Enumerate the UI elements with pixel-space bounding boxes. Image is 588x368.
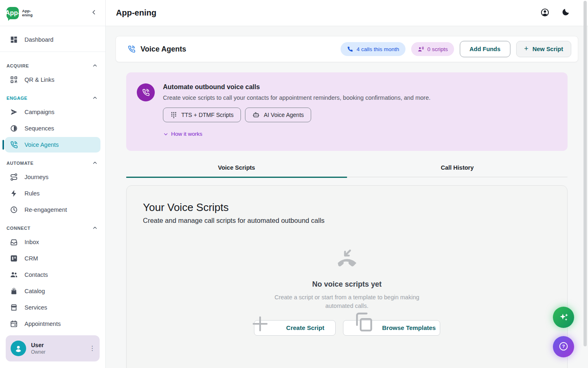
phone-icon — [347, 46, 353, 52]
tab-label: Call History — [441, 164, 474, 177]
sidebar-item-label: Services — [24, 304, 47, 311]
svg-text:?: ? — [562, 344, 565, 349]
inbox-icon — [10, 238, 18, 246]
page-title: Voice Agents — [140, 45, 186, 54]
brand-logo-icon: App- — [7, 7, 19, 19]
sidebar-item-services[interactable]: Services — [5, 300, 100, 315]
user-menu-button[interactable]: ⋮ — [89, 345, 96, 352]
sidebar-item-label: Voice Agents — [24, 141, 59, 148]
account-button[interactable] — [540, 8, 550, 18]
sidebar-section-label: ACQUIRE — [7, 63, 29, 68]
add-funds-button[interactable]: Add Funds — [460, 41, 510, 57]
tab-call-history[interactable]: Call History — [347, 164, 568, 178]
sidebar-section-engage[interactable]: ENGAGE — [0, 88, 105, 103]
sidebar-item-label: Contacts — [24, 272, 48, 278]
sidebar: App- App- ening DashboardACQUIREQR & Lin… — [0, 0, 106, 368]
user-card[interactable]: User Owner ⋮ — [6, 335, 100, 361]
sidebar-item-inbox[interactable]: Inbox — [5, 234, 100, 250]
brand-name: App- ening — [22, 9, 33, 17]
store-icon — [10, 303, 18, 312]
chip-ai-voice-agents[interactable]: AI Voice Agents — [245, 108, 311, 122]
help-button[interactable]: ? — [553, 336, 574, 357]
moon-icon — [561, 8, 570, 18]
banner-body: Automate outbound voice calls Create voi… — [163, 83, 430, 139]
sidebar-item-label: Inbox — [24, 239, 39, 245]
dashboard-icon — [10, 36, 18, 44]
panel-subheading: Create and manage call scripts for autom… — [143, 217, 551, 224]
phone-call-icon — [137, 83, 155, 101]
sidebar-item-crm[interactable]: CRM — [5, 251, 100, 266]
scrollbar[interactable] — [584, 1, 587, 346]
phone-missed-icon — [335, 247, 359, 271]
chip-label: AI Voice Agents — [264, 112, 304, 118]
sidebar-section-label: CONNECT — [7, 226, 31, 231]
sidebar-item-rules[interactable]: Rules — [5, 186, 100, 201]
user-role: Owner — [31, 349, 45, 355]
chevron-up-icon — [92, 225, 98, 231]
topbar: App-ening — [106, 0, 588, 26]
calendar-icon — [10, 320, 18, 328]
browse-templates-label: Browse Templates — [382, 324, 436, 331]
tab-voice-scripts[interactable]: Voice Scripts — [126, 164, 347, 178]
create-script-button[interactable]: Create Script — [254, 320, 336, 336]
sidebar-item-label: QR & Links — [24, 76, 54, 83]
user-name: User — [31, 342, 45, 348]
bot-icon — [252, 111, 260, 119]
topbar-icons — [540, 8, 570, 18]
sidebar-item-label: Rules — [24, 190, 40, 197]
sidebar-item-label: Sequences — [24, 125, 54, 132]
tabs: Voice ScriptsCall History — [126, 164, 568, 178]
chevron-up-icon — [92, 160, 98, 166]
badge-label: 0 scripts — [428, 46, 448, 52]
dialpad-icon — [170, 111, 177, 119]
sidebar-item-dashboard[interactable]: Dashboard — [5, 32, 100, 47]
sidebar-item-sequences[interactable]: Sequences — [5, 121, 100, 136]
sidebar-nav: DashboardACQUIREQR & LinksENGAGECampaign… — [0, 26, 105, 368]
kebab-menu-icon: ⋮ — [89, 345, 96, 352]
sidebar-item-re-engagement[interactable]: Re-engagement — [5, 202, 100, 218]
sidebar-item-label: Dashboard — [24, 36, 53, 43]
sidebar-section-connect[interactable]: CONNECT — [0, 218, 105, 233]
browse-templates-button[interactable]: Browse Templates — [343, 320, 440, 336]
how-it-works-label: How it works — [171, 131, 203, 137]
main-area: App-ening Voice Agents 4 calls this mont… — [106, 0, 588, 368]
user-avatar — [11, 341, 26, 356]
help-circle-icon: ? — [558, 341, 569, 353]
chip-tts-dtmf-scripts[interactable]: TTS + DTMF Scripts — [163, 108, 241, 122]
phone-call-icon — [127, 45, 136, 53]
sidebar-item-label: Catalog — [24, 288, 45, 294]
sidebar-collapse-button[interactable] — [88, 7, 100, 19]
sidebar-item-journeys[interactable]: Journeys — [5, 169, 100, 185]
tab-underline — [126, 177, 347, 178]
sidebar-item-voice-agents[interactable]: Voice Agents — [5, 137, 100, 153]
users-icon — [10, 271, 18, 279]
sparkles-icon — [558, 312, 569, 323]
bag-icon — [10, 287, 18, 295]
chevron-up-icon — [92, 63, 98, 69]
sidebar-item-catalog[interactable]: Catalog — [5, 283, 100, 299]
panel-heading: Your Voice Scripts — [143, 201, 551, 214]
new-script-button[interactable]: + New Script — [516, 41, 571, 57]
chevron-up-icon — [92, 95, 98, 101]
how-it-works-link[interactable]: How it works — [163, 131, 203, 137]
badge-label: 4 calls this month — [356, 46, 399, 52]
ai-assistant-button[interactable] — [553, 307, 574, 328]
banner-chips: TTS + DTMF ScriptsAI Voice Agents — [163, 108, 430, 122]
dark-mode-toggle[interactable] — [561, 8, 570, 18]
banner-description: Create voice scripts to call your contac… — [163, 94, 430, 101]
voice-scripts-panel: Your Voice Scripts Create and manage cal… — [126, 185, 568, 368]
sidebar-item-contacts[interactable]: Contacts — [5, 267, 100, 283]
sidebar-section-automate[interactable]: AUTOMATE — [0, 153, 105, 168]
sidebar-item-qr-links[interactable]: QR & Links — [5, 72, 100, 88]
user-voice-icon — [417, 46, 424, 53]
banner-title: Automate outbound voice calls — [163, 83, 430, 91]
chevron-left-icon — [90, 9, 98, 17]
send-icon — [10, 108, 18, 116]
app-window: App- App- ening DashboardACQUIREQR & Lin… — [0, 0, 588, 368]
sidebar-item-campaigns[interactable]: Campaigns — [5, 104, 100, 120]
phone-call-icon — [10, 141, 18, 149]
sidebar-section-acquire[interactable]: ACQUIRE — [0, 56, 105, 71]
app-title: App-ening — [116, 8, 156, 18]
empty-state-description: Create a script or start from a template… — [267, 293, 427, 310]
sidebar-item-appointments[interactable]: Appointments — [5, 316, 100, 332]
